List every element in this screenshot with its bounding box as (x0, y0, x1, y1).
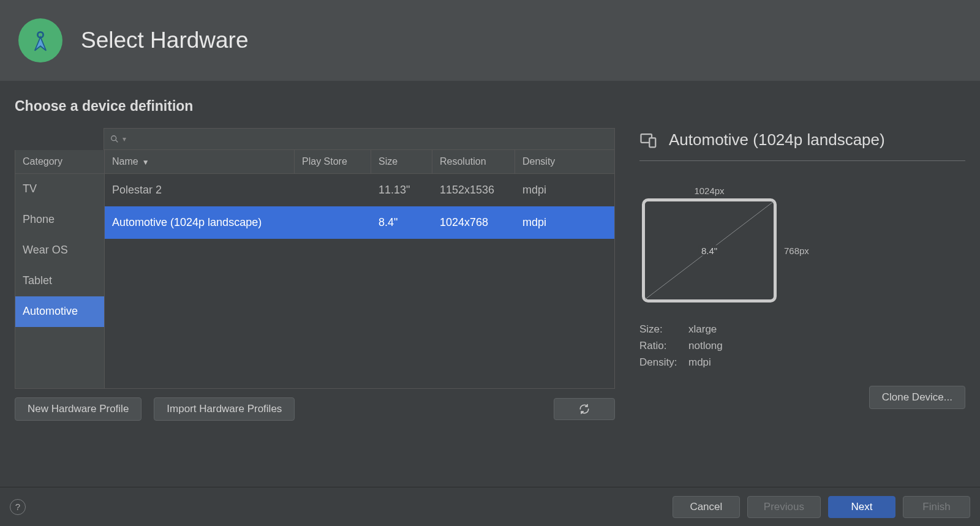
action-row: New Hardware Profile Import Hardware Pro… (15, 397, 615, 421)
cell-play-store (295, 206, 371, 239)
dialog-footer: ? Cancel Previous Next Finish (0, 487, 980, 526)
compass-icon (27, 27, 54, 54)
category-column-header: Category (15, 150, 104, 174)
cell-resolution: 1024x768 (432, 206, 515, 239)
table-row[interactable]: Polestar 2 11.13" 1152x1536 mdpi (105, 174, 614, 206)
dialog-header: Select Hardware (0, 0, 980, 81)
cell-size: 8.4" (371, 206, 432, 239)
cell-resolution: 1152x1536 (432, 174, 515, 206)
column-header-density[interactable]: Density (515, 150, 614, 173)
cancel-button[interactable]: Cancel (673, 496, 740, 518)
table-row[interactable]: Automotive (1024p landscape) 8.4" 1024x7… (105, 206, 614, 239)
preview-device-name: Automotive (1024p landscape) (669, 130, 885, 149)
section-subtitle: Choose a device definition (15, 98, 965, 115)
column-header-play-store[interactable]: Play Store (295, 150, 371, 173)
spec-density-value: mdpi (688, 356, 711, 368)
spec-density-label: Density: (639, 354, 688, 370)
android-studio-logo (18, 18, 62, 62)
cell-play-store (295, 174, 371, 206)
next-button[interactable]: Next (828, 496, 895, 518)
column-header-resolution[interactable]: Resolution (432, 150, 515, 173)
spec-size-value: xlarge (688, 323, 717, 335)
spec-size-label: Size: (639, 321, 688, 337)
category-list: Category TV Phone Wear OS Tablet Automot… (15, 150, 104, 388)
search-icon (110, 135, 119, 143)
category-item-automotive[interactable]: Automotive (15, 296, 104, 327)
svg-rect-4 (649, 138, 655, 147)
question-mark-icon: ? (15, 502, 20, 512)
device-outline: 8.4" (642, 198, 777, 302)
search-dropdown-caret-icon[interactable]: ▾ (123, 135, 126, 143)
sort-desc-icon: ▼ (142, 158, 149, 167)
refresh-button[interactable] (554, 398, 615, 420)
cell-density: mdpi (515, 174, 614, 206)
new-hardware-profile-button[interactable]: New Hardware Profile (15, 397, 141, 421)
import-hardware-profiles-button[interactable]: Import Hardware Profiles (154, 397, 295, 421)
devices-icon (639, 131, 658, 149)
refresh-icon (578, 403, 590, 415)
cell-name: Automotive (1024p landscape) (105, 206, 295, 239)
column-header-name[interactable]: Name▼ (105, 150, 295, 173)
category-item-tv[interactable]: TV (15, 174, 104, 205)
cell-density: mdpi (515, 206, 614, 239)
cell-name: Polestar 2 (105, 174, 295, 206)
device-preview-diagram: 1024px 8.4" 768px (642, 186, 826, 302)
help-button[interactable]: ? (10, 499, 26, 515)
category-item-tablet[interactable]: Tablet (15, 266, 104, 296)
main-content: Choose a device definition ▾ Category TV… (0, 81, 980, 487)
search-input[interactable] (130, 134, 608, 145)
left-pane: ▾ Category TV Phone Wear OS Tablet Autom… (15, 128, 615, 421)
dialog-title: Select Hardware (81, 28, 249, 53)
device-height-label: 768px (784, 246, 809, 256)
device-diagonal-label: 8.4" (699, 246, 720, 256)
device-specs: Size:xlarge Ratio:notlong Density:mdpi (639, 321, 965, 371)
clone-device-button[interactable]: Clone Device... (869, 386, 965, 409)
finish-button[interactable]: Finish (903, 496, 970, 518)
category-item-phone[interactable]: Phone (15, 205, 104, 235)
device-table: Name▼ Play Store Size Resolution Density… (104, 150, 614, 388)
device-width-label: 1024px (642, 186, 777, 196)
spec-ratio-value: notlong (688, 340, 723, 351)
preview-pane: Automotive (1024p landscape) 1024px 8.4"… (639, 128, 965, 421)
cell-size: 11.13" (371, 174, 432, 206)
svg-line-2 (116, 140, 118, 143)
category-item-wear-os[interactable]: Wear OS (15, 235, 104, 266)
previous-button[interactable]: Previous (747, 496, 821, 518)
table-header-row: Name▼ Play Store Size Resolution Density (105, 150, 614, 174)
spec-ratio-label: Ratio: (639, 337, 688, 354)
column-header-size[interactable]: Size (371, 150, 432, 173)
svg-point-1 (111, 136, 116, 141)
search-box[interactable]: ▾ (104, 128, 615, 150)
